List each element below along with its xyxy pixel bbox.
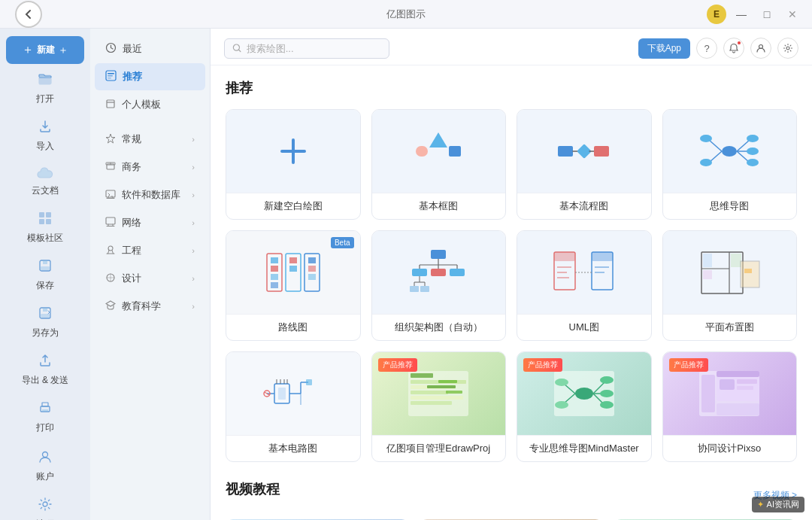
close-button[interactable]: ✕ — [782, 4, 803, 25]
template-card-mind-map[interactable]: 思维导图 — [662, 109, 798, 220]
template-thumb-new-blank — [226, 110, 360, 193]
template-card-floor-plan[interactable]: 平面布置图 — [662, 230, 798, 341]
svg-rect-104 — [306, 379, 312, 385]
export-icon — [38, 353, 53, 372]
left-sidebar-top: ＋ 新建 ＋ 打开 — [0, 35, 90, 442]
left-item-options[interactable]: 选项 — [6, 491, 84, 520]
general-chevron: › — [192, 135, 195, 144]
design-chevron: › — [192, 274, 195, 283]
back-button[interactable] — [15, 1, 42, 28]
template-icon — [38, 211, 53, 230]
svg-rect-135 — [720, 379, 735, 390]
video-section-title: 视频教程 — [226, 480, 280, 498]
recent-label: 最近 — [123, 42, 142, 56]
template-thumb-edrawproj: 产品推荐 — [372, 352, 506, 435]
engineering-icon — [105, 245, 116, 257]
user-avatar[interactable]: E — [707, 5, 726, 24]
new-label: 新建 — [37, 44, 55, 56]
svg-rect-134 — [717, 371, 759, 377]
mid-item-software[interactable]: 软件和数据库 › — [95, 181, 205, 208]
svg-point-50 — [700, 159, 712, 166]
template-card-basic-frame[interactable]: 基本框图 — [371, 109, 507, 220]
svg-rect-93 — [741, 261, 759, 287]
left-item-account[interactable]: 账户 — [6, 443, 84, 489]
recommend-icon — [105, 70, 117, 84]
svg-rect-60 — [308, 257, 316, 263]
template-thumb-route-map: Beta — [226, 231, 360, 314]
help-button[interactable]: ? — [696, 38, 717, 59]
svg-rect-71 — [450, 269, 465, 276]
personal-label: 个人模板 — [122, 98, 161, 111]
svg-point-42 — [747, 135, 759, 142]
template-card-basic-flow[interactable]: 基本流程图 — [517, 109, 652, 220]
svg-rect-96 — [278, 388, 286, 400]
template-label-basic-flow: 基本流程图 — [517, 193, 651, 219]
mid-item-recent[interactable]: 最近 — [95, 35, 205, 62]
template-label-uml: UML图 — [517, 314, 651, 340]
minimize-button[interactable]: — — [731, 4, 752, 25]
mid-item-engineering[interactable]: 工程 › — [95, 237, 205, 264]
svg-rect-91 — [703, 270, 712, 279]
svg-rect-18 — [108, 73, 114, 75]
maximize-button[interactable]: □ — [756, 4, 777, 25]
business-icon — [105, 161, 116, 174]
download-app-button[interactable]: 下载App — [638, 38, 690, 59]
left-item-import[interactable]: 导入 — [6, 113, 84, 159]
template-card-org-chart[interactable]: 组织架构图（自动） — [371, 230, 507, 341]
template-card-circuit[interactable]: 基本电路图 — [226, 351, 361, 462]
mid-item-design[interactable]: 设计 › — [95, 265, 205, 292]
open-label: 打开 — [36, 93, 54, 105]
business-label: 商务 — [122, 160, 141, 174]
mid-item-personal[interactable]: 个人模板 — [95, 91, 205, 118]
search-input[interactable] — [247, 43, 381, 54]
content-header: 下载App ? — [211, 29, 812, 65]
svg-point-124 — [600, 390, 614, 397]
template-card-new-blank[interactable]: 新建空白绘图 — [226, 109, 361, 220]
notification-button[interactable] — [723, 38, 744, 59]
svg-rect-63 — [431, 250, 446, 259]
mid-item-general[interactable]: 常规 › — [95, 126, 205, 153]
engineering-chevron: › — [192, 246, 195, 255]
left-item-save[interactable]: 保存 — [6, 252, 84, 298]
svg-rect-137 — [737, 386, 753, 390]
left-item-open[interactable]: 打开 — [6, 65, 84, 111]
template-thumb-circuit — [226, 352, 360, 435]
left-item-print[interactable]: 打印 — [6, 394, 84, 440]
search-box[interactable] — [224, 38, 389, 59]
svg-rect-118 — [446, 391, 462, 394]
left-item-new[interactable]: ＋ 新建 ＋ — [6, 36, 84, 64]
search-icon — [232, 43, 242, 53]
template-card-route-map[interactable]: Beta — [226, 230, 361, 341]
mid-item-education[interactable]: 教育科学 › — [95, 293, 205, 320]
svg-rect-116 — [438, 380, 457, 383]
education-icon — [105, 300, 116, 313]
template-thumb-pixso: 产品推荐 — [663, 352, 797, 435]
personal-icon — [105, 99, 116, 111]
network-label: 网络 — [122, 216, 141, 230]
svg-point-15 — [43, 502, 47, 506]
options-icon — [38, 497, 53, 515]
template-card-edrawproj[interactable]: 产品推荐 — [371, 351, 507, 462]
template-label-mind-map: 思维导图 — [663, 193, 797, 219]
template-label-org-chart: 组织架构图（自动） — [372, 314, 506, 340]
cloud-label: 云文档 — [32, 184, 59, 197]
svg-rect-3 — [39, 219, 44, 224]
left-item-template[interactable]: 模板社区 — [6, 205, 84, 251]
mid-item-recommend[interactable]: 推荐 — [95, 63, 205, 90]
left-item-export[interactable]: 导出 & 发送 — [6, 347, 84, 393]
svg-rect-6 — [43, 260, 47, 264]
svg-rect-115 — [411, 401, 452, 405]
svg-rect-37 — [558, 146, 573, 157]
mid-item-business[interactable]: 商务 › — [95, 154, 205, 181]
left-item-saveas[interactable]: 另存为 — [6, 300, 84, 345]
svg-marker-35 — [429, 132, 447, 147]
template-card-uml[interactable]: UML图 — [517, 230, 652, 341]
template-card-pixso[interactable]: 产品推荐 协同设计Pixso — [662, 351, 798, 462]
new-icon: ＋ — [22, 42, 34, 58]
print-label: 打印 — [36, 421, 54, 434]
user-button[interactable] — [750, 38, 771, 59]
settings-button[interactable] — [777, 38, 798, 59]
left-item-cloud[interactable]: 云文档 — [6, 160, 84, 203]
template-card-mindmaster[interactable]: 产品推荐 — [517, 351, 652, 462]
mid-item-network[interactable]: 网络 › — [95, 209, 205, 236]
